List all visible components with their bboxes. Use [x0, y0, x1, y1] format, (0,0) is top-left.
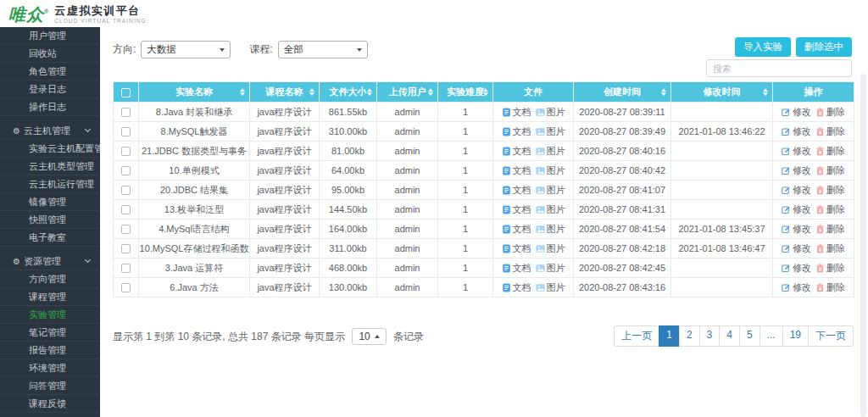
doc-link[interactable]: 文档 [502, 203, 531, 216]
edit-button[interactable]: 修改 [782, 262, 811, 275]
column-header-4[interactable]: 实验难度 [438, 82, 493, 103]
sidebar-item-2[interactable]: 角色管理 [0, 63, 100, 81]
sidebar-item-11[interactable]: 电子教室 [0, 229, 100, 247]
sort-icon[interactable] [428, 88, 433, 97]
image-link[interactable]: 图片 [536, 164, 565, 177]
sidebar-item-20[interactable]: 课程反馈 [0, 395, 100, 413]
pagination-prev[interactable]: 上一页 [614, 325, 659, 347]
sidebar-item-10[interactable]: 快照管理 [0, 211, 100, 229]
select-all-checkbox[interactable] [121, 88, 131, 97]
sidebar-item-7[interactable]: 云主机类型管理 [0, 158, 100, 175]
edit-button[interactable]: 修改 [782, 106, 811, 119]
delete-button[interactable]: 删除 [815, 281, 845, 294]
delete-button[interactable]: 删除 [815, 184, 845, 197]
sort-icon[interactable] [309, 88, 314, 97]
row-checkbox[interactable] [121, 186, 131, 195]
delete-button[interactable]: 删除 [815, 125, 845, 138]
sidebar-item-6[interactable]: 实验云主机配置管理 [0, 140, 100, 158]
delete-selected-button[interactable]: 删除选中 [796, 37, 852, 57]
pagination-page-2[interactable]: 2 [679, 325, 700, 347]
image-link[interactable]: 图片 [536, 281, 565, 294]
delete-button[interactable]: 删除 [815, 145, 845, 158]
sidebar-item-5[interactable]: ⚙云主机管理 [0, 122, 100, 140]
pagination-page-1[interactable]: 1 [659, 325, 680, 347]
row-checkbox[interactable] [121, 264, 131, 273]
doc-link[interactable]: 文档 [502, 242, 531, 255]
edit-button[interactable]: 修改 [782, 145, 811, 158]
pagination-page-5[interactable]: 5 [739, 325, 760, 347]
image-link[interactable]: 图片 [536, 184, 565, 197]
delete-button[interactable]: 删除 [815, 262, 845, 275]
column-header-3[interactable]: 上传用户 [377, 82, 438, 103]
row-checkbox[interactable] [121, 225, 131, 234]
sidebar-item-3[interactable]: 登录日志 [0, 81, 100, 98]
pagination-page-19[interactable]: 19 [782, 325, 809, 347]
page-size-select[interactable]: 10 [352, 328, 386, 345]
row-checkbox[interactable] [121, 147, 131, 156]
edit-button[interactable]: 修改 [782, 281, 811, 294]
sidebar-item-4[interactable]: 操作日志 [0, 98, 100, 116]
sidebar-item-17[interactable]: 报告管理 [0, 342, 100, 359]
course-select[interactable]: 全部 [278, 41, 368, 58]
edit-button[interactable]: 修改 [782, 223, 811, 236]
delete-button[interactable]: 删除 [815, 242, 845, 255]
sidebar-item-12[interactable]: ⚙资源管理 [0, 253, 100, 270]
sort-icon[interactable] [483, 88, 488, 97]
doc-link[interactable]: 文档 [502, 184, 531, 197]
doc-link[interactable]: 文档 [502, 106, 531, 119]
delete-button[interactable]: 删除 [815, 223, 845, 236]
pagination-next[interactable]: 下一页 [808, 325, 854, 347]
delete-button[interactable]: 删除 [815, 106, 845, 119]
row-checkbox[interactable] [121, 283, 131, 292]
sort-icon[interactable] [661, 88, 666, 97]
row-checkbox[interactable] [121, 166, 131, 175]
row-checkbox[interactable] [121, 205, 131, 214]
edit-button[interactable]: 修改 [782, 242, 811, 255]
sort-icon[interactable] [367, 88, 372, 97]
pagination-page-3[interactable]: 3 [699, 325, 721, 347]
sidebar-item-14[interactable]: 课程管理 [0, 288, 100, 306]
import-experiment-button[interactable]: 导入实验 [735, 37, 791, 57]
edit-button[interactable]: 修改 [782, 164, 811, 177]
row-checkbox[interactable] [121, 244, 131, 253]
column-header-7[interactable]: 修改时间 [671, 82, 773, 103]
doc-link[interactable]: 文档 [502, 145, 531, 158]
sidebar-item-18[interactable]: 环境管理 [0, 359, 100, 377]
sort-icon[interactable] [240, 88, 245, 97]
sidebar-item-0[interactable]: 用户管理 [0, 27, 100, 45]
image-link[interactable]: 图片 [536, 106, 565, 119]
pagination-ellipsis[interactable]: ... [760, 325, 783, 347]
doc-link[interactable]: 文档 [502, 125, 531, 138]
delete-button[interactable]: 删除 [815, 203, 845, 216]
sidebar-item-16[interactable]: 笔记管理 [0, 324, 100, 342]
image-link[interactable]: 图片 [536, 203, 565, 216]
sidebar-item-15[interactable]: 实验管理 [0, 306, 100, 324]
column-header-0[interactable]: 实验名称 [139, 82, 250, 103]
sidebar-item-1[interactable]: 回收站 [0, 45, 100, 63]
direction-select[interactable]: 大数据 [141, 41, 231, 58]
column-header-1[interactable]: 课程名称 [250, 82, 320, 103]
sidebar-item-8[interactable]: 云主机运行管理 [0, 175, 100, 193]
row-checkbox[interactable] [121, 108, 131, 117]
doc-link[interactable]: 文档 [502, 164, 531, 177]
doc-link[interactable]: 文档 [502, 223, 531, 236]
scrollbar[interactable] [860, 74, 866, 417]
column-header-6[interactable]: 创建时间 [574, 82, 671, 103]
image-link[interactable]: 图片 [536, 125, 565, 138]
edit-button[interactable]: 修改 [782, 184, 811, 197]
image-link[interactable]: 图片 [536, 145, 565, 158]
image-link[interactable]: 图片 [536, 242, 565, 255]
column-header-2[interactable]: 文件大小 [320, 82, 377, 103]
doc-link[interactable]: 文档 [502, 281, 531, 294]
sidebar-item-19[interactable]: 问答管理 [0, 377, 100, 395]
edit-button[interactable]: 修改 [782, 203, 811, 216]
sort-icon[interactable] [763, 88, 768, 97]
image-link[interactable]: 图片 [536, 262, 565, 275]
search-input[interactable] [706, 59, 852, 77]
image-link[interactable]: 图片 [536, 223, 565, 236]
edit-button[interactable]: 修改 [782, 125, 811, 138]
row-checkbox[interactable] [121, 127, 131, 136]
sidebar-item-9[interactable]: 镜像管理 [0, 193, 100, 211]
doc-link[interactable]: 文档 [502, 262, 531, 275]
pagination-page-4[interactable]: 4 [719, 325, 740, 347]
